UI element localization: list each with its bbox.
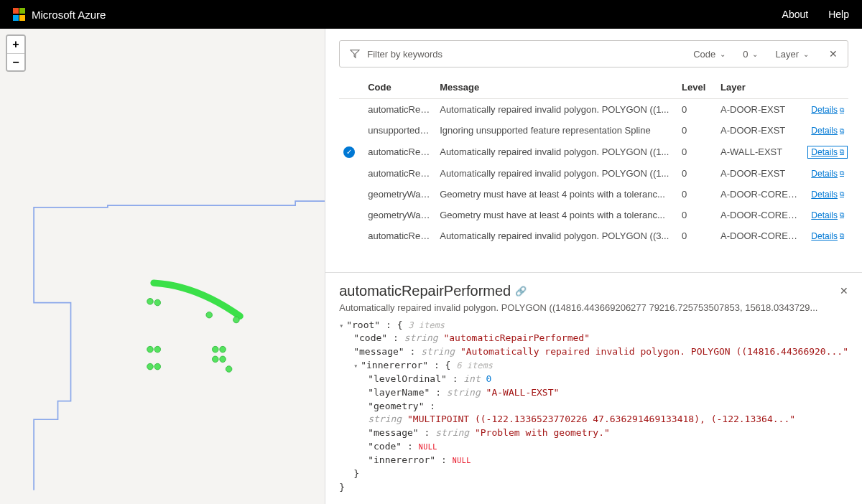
cell-message: Automatically repaired invalid polygon. … — [435, 99, 677, 121]
microsoft-logo-icon — [13, 8, 26, 21]
svg-point-1 — [154, 299, 161, 306]
header-nav: About Help — [782, 9, 849, 20]
filter-level-dropdown[interactable]: 0 ⌄ — [743, 49, 758, 60]
table-row[interactable]: automaticRepair...Automatically repaired… — [339, 225, 848, 246]
chevron-down-icon: ⌄ — [720, 50, 726, 58]
cell-layer: A-DOOR-EXST — [716, 120, 802, 141]
col-level[interactable]: Level — [677, 75, 716, 99]
col-message[interactable]: Message — [435, 75, 677, 99]
filter-layer-dropdown[interactable]: Layer ⌄ — [775, 49, 809, 60]
cell-code: automaticRepair... — [363, 99, 435, 121]
svg-point-11 — [220, 356, 226, 363]
cell-code: geometryWarning — [363, 205, 435, 225]
nav-about[interactable]: About — [782, 9, 809, 20]
cell-level: 0 — [677, 225, 716, 246]
filter-bar: Filter by keywords Code ⌄ 0 ⌄ Layer ⌄ ✕ — [339, 40, 848, 67]
svg-point-5 — [154, 346, 161, 353]
cell-code: automaticRepair... — [363, 163, 435, 184]
link-icon[interactable]: 🔗 — [515, 286, 527, 297]
json-tree: ▾"root" : { 3 items "code" : string "aut… — [339, 319, 848, 495]
external-link-icon: ⧉ — [840, 232, 844, 240]
filter-input[interactable]: Filter by keywords — [367, 49, 686, 60]
cell-level: 0 — [677, 205, 716, 225]
cell-level: 0 — [677, 184, 716, 205]
table-row[interactable]: ✓automaticRepair...Automatically repaire… — [339, 141, 848, 163]
detail-title: automaticRepairPerformed 🔗 — [339, 283, 527, 299]
detail-panel: automaticRepairPerformed 🔗 ✕ Automatical… — [325, 272, 862, 505]
detail-subtitle: Automatically repaired invalid polygon. … — [339, 302, 848, 313]
map-canvas — [0, 29, 325, 504]
cell-layer: A-DOOR-CORE-EXST — [716, 225, 802, 246]
cell-level: 0 — [677, 120, 716, 141]
svg-point-3 — [233, 317, 240, 323]
details-link[interactable]: Details ⧉ — [807, 146, 848, 159]
filter-code-dropdown[interactable]: Code ⌄ — [693, 49, 726, 60]
brand: Microsoft Azure — [13, 8, 106, 21]
col-layer[interactable]: Layer — [716, 75, 802, 99]
cell-layer: A-DOOR-CORE-EXST — [716, 184, 802, 205]
brand-text: Microsoft Azure — [32, 9, 106, 21]
cell-level: 0 — [677, 163, 716, 184]
details-link[interactable]: Details ⧉ — [811, 231, 844, 241]
cell-code: unsupportedFeat... — [363, 120, 435, 141]
details-link[interactable]: Details ⧉ — [811, 169, 844, 179]
svg-point-8 — [147, 363, 154, 370]
cell-message: Automatically repaired invalid polygon. … — [435, 163, 677, 184]
external-link-icon: ⧉ — [840, 127, 844, 135]
table-row[interactable]: geometryWarningGeometry must have at lea… — [339, 205, 848, 225]
cell-message: Ignoring unsupported feature representat… — [435, 120, 677, 141]
cell-layer: A-WALL-EXST — [716, 141, 802, 163]
svg-point-9 — [154, 363, 161, 370]
chevron-down-icon: ⌄ — [752, 50, 758, 58]
svg-point-6 — [212, 346, 218, 353]
errors-table: Code Message Level Layer automaticRepair… — [339, 75, 848, 246]
details-link[interactable]: Details ⧉ — [811, 190, 844, 200]
details-link[interactable]: Details ⧉ — [811, 105, 844, 115]
cell-level: 0 — [677, 99, 716, 121]
cell-message: Geometry must have at least 4 points wit… — [435, 205, 677, 225]
close-icon[interactable]: ✕ — [829, 48, 838, 60]
svg-point-2 — [206, 312, 213, 318]
svg-point-12 — [226, 366, 232, 373]
right-pane: Filter by keywords Code ⌄ 0 ⌄ Layer ⌄ ✕ … — [325, 29, 862, 504]
cell-code: geometryWarning — [363, 184, 435, 205]
col-code[interactable]: Code — [363, 75, 435, 99]
external-link-icon: ⧉ — [840, 106, 844, 114]
table-row[interactable]: automaticRepair...Automatically repaired… — [339, 163, 848, 184]
external-link-icon: ⧉ — [840, 169, 844, 177]
external-link-icon: ⧉ — [840, 148, 844, 156]
table-row[interactable]: automaticRepair...Automatically repaired… — [339, 99, 848, 121]
chevron-down-icon: ⌄ — [803, 50, 809, 58]
details-link[interactable]: Details ⧉ — [811, 210, 844, 220]
app-header: Microsoft Azure About Help — [0, 0, 862, 29]
checkmark-icon: ✓ — [343, 146, 355, 158]
cell-message: Automatically repaired invalid polygon. … — [435, 225, 677, 246]
filter-icon — [350, 49, 360, 59]
cell-layer: A-DOOR-EXST — [716, 163, 802, 184]
nav-help[interactable]: Help — [828, 9, 849, 20]
details-link[interactable]: Details ⧉ — [811, 126, 844, 136]
external-link-icon: ⧉ — [840, 211, 844, 219]
detail-close-icon[interactable]: ✕ — [840, 285, 848, 297]
cell-level: 0 — [677, 141, 716, 163]
svg-point-7 — [220, 346, 226, 353]
svg-point-4 — [147, 346, 154, 353]
cell-code: automaticRepair... — [363, 141, 435, 163]
svg-point-0 — [147, 299, 154, 305]
map-pane[interactable]: + − — [0, 29, 325, 504]
svg-point-10 — [212, 356, 218, 363]
external-link-icon: ⧉ — [840, 190, 844, 198]
cell-message: Automatically repaired invalid polygon. … — [435, 141, 677, 163]
main: + − Filter by keywords Code ⌄ — [0, 29, 862, 504]
cell-layer: A-DOOR-EXST — [716, 99, 802, 121]
cell-layer: A-DOOR-CORE-EXST — [716, 205, 802, 225]
table-row[interactable]: unsupportedFeat...Ignoring unsupported f… — [339, 120, 848, 141]
table-row[interactable]: geometryWarningGeometry must have at lea… — [339, 184, 848, 205]
cell-code: automaticRepair... — [363, 225, 435, 246]
cell-message: Geometry must have at least 4 points wit… — [435, 184, 677, 205]
